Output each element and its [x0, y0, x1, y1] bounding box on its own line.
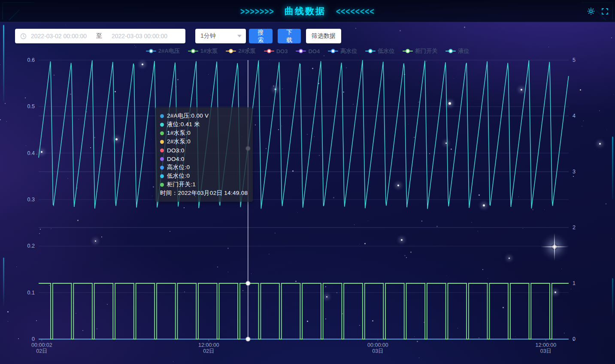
- x-axis-time-label: 12:00:00: [198, 342, 219, 348]
- tooltip-row: 1#水泵:0: [160, 129, 248, 137]
- series-color-dot: [160, 140, 164, 144]
- tooltip-row: 2#A电压:0.00 V: [160, 112, 248, 120]
- date-range-picker[interactable]: 2022-03-02 00:00:00 至 2022-03-03 00:00:0…: [15, 29, 185, 43]
- legend-marker-icon: [328, 49, 338, 53]
- interval-select[interactable]: 1分钟: [195, 29, 246, 43]
- series-color-dot: [160, 157, 164, 161]
- y-axis-right-label: 4: [573, 113, 576, 119]
- legend-marker-icon: [296, 49, 306, 53]
- y-axis-right-label: 5: [573, 57, 576, 63]
- crosshair-point: [246, 281, 250, 285]
- legend-item-2#A电压[interactable]: 2#A电压: [146, 47, 180, 55]
- legend-item-1#水泵[interactable]: 1#水泵: [188, 47, 218, 55]
- series-line-液位: [39, 60, 569, 209]
- y-axis-right-label: 2: [573, 224, 576, 231]
- legend-marker-icon: [365, 49, 376, 53]
- x-axis-date-label: 03日: [372, 348, 383, 354]
- end-datetime-value[interactable]: 2022-03-03 00:00:00: [112, 33, 167, 39]
- y-axis-left-label: 0.2: [27, 243, 35, 249]
- edge-accent-left-lower: [3, 258, 4, 306]
- legend-marker-icon: [403, 49, 413, 53]
- x-axis-date-label: 03日: [540, 348, 551, 354]
- download-button[interactable]: 下载: [278, 29, 301, 43]
- legend-label: 液位: [458, 47, 469, 55]
- legend-label: DO3: [276, 48, 288, 55]
- x-axis-time-label: 12:00:00: [536, 342, 557, 348]
- legend-item-柜门开关[interactable]: 柜门开关: [403, 47, 437, 55]
- legend-item-液位[interactable]: 液位: [445, 47, 469, 55]
- tooltip-row: 2#水泵:0: [160, 137, 248, 146]
- legend-marker-icon: [445, 49, 456, 53]
- series-color-dot: [160, 149, 164, 152]
- tooltip-row: 时间：2022年03月02日 14:49.08: [160, 189, 248, 197]
- chart-tooltip: 2#A电压:0.00 V液位:0.41 米1#水泵:02#水泵:0DO3:0DO…: [155, 107, 253, 202]
- title-right-chevrons: <<<<<<<<: [336, 6, 375, 17]
- series-color-dot: [160, 166, 164, 170]
- y-axis-left-label: 0.1: [27, 290, 35, 296]
- legend-marker-icon: [146, 49, 156, 53]
- x-axis-time-label: 00:00:02: [31, 342, 52, 348]
- chart-legend: 2#A电压1#水泵2#水泵DO3DO4高水位低水位柜门开关液位: [0, 47, 615, 55]
- x-axis-time-label: 00:00:00: [367, 342, 388, 348]
- app-root: >>>>>>> 曲线数据 <<<<<<<<: [0, 0, 615, 364]
- edge-accent-left-upper: [3, 25, 4, 101]
- header: >>>>>>> 曲线数据 <<<<<<<<: [0, 0, 615, 22]
- y-axis-right-label: 1: [573, 280, 576, 286]
- legend-marker-icon: [188, 49, 198, 53]
- start-datetime-value[interactable]: 2022-03-02 00:00:00: [31, 33, 87, 39]
- y-axis-left-label: 0.6: [27, 57, 35, 63]
- series-color-dot: [160, 114, 164, 118]
- series-color-dot: [160, 123, 164, 127]
- y-axis-left-label: 0.5: [27, 103, 35, 109]
- y-axis-left-label: 0.4: [27, 150, 35, 156]
- series-color-dot: [160, 174, 164, 178]
- tooltip-row: DO4:0: [160, 155, 248, 163]
- legend-marker-icon: [264, 49, 274, 53]
- toolbar: 2022-03-02 00:00:00 至 2022-03-03 00:00:0…: [15, 29, 341, 43]
- y-axis-right-label: 0: [573, 336, 576, 342]
- search-button[interactable]: 搜索: [249, 29, 273, 43]
- series-color-dot: [160, 131, 164, 135]
- legend-item-DO3[interactable]: DO3: [264, 48, 288, 55]
- legend-label: 柜门开关: [415, 47, 437, 55]
- tooltip-row: 高水位:0: [160, 163, 248, 172]
- y-axis-right-label: 3: [573, 169, 576, 175]
- fullscreen-icon[interactable]: [600, 7, 609, 15]
- legend-label: 高水位: [340, 47, 357, 55]
- tooltip-row: 液位:0.41 米: [160, 120, 248, 129]
- legend-label: DO4: [308, 48, 320, 55]
- tooltip-row: 柜门开关:1: [160, 180, 248, 189]
- legend-item-高水位[interactable]: 高水位: [328, 47, 357, 55]
- series-line-柜门开关: [39, 283, 569, 339]
- legend-label: 2#水泵: [238, 47, 255, 55]
- settings-icon[interactable]: [587, 7, 595, 15]
- y-axis-left-label: 0.3: [27, 197, 35, 203]
- edge-accent-right-upper: [612, 136, 613, 199]
- page-title: 曲线数据: [285, 5, 326, 17]
- legend-item-低水位[interactable]: 低水位: [365, 47, 394, 55]
- x-axis-date-label: 02日: [36, 348, 47, 354]
- legend-marker-icon: [226, 49, 236, 53]
- star-flare: [541, 233, 568, 261]
- tooltip-row: 低水位:0: [160, 172, 248, 180]
- chevron-down-icon: [237, 35, 242, 37]
- edge-accent-right-lower: [612, 278, 613, 315]
- x-axis-date-label: 02日: [203, 348, 214, 354]
- crosshair-point: [246, 337, 250, 341]
- legend-item-DO4[interactable]: DO4: [296, 48, 320, 55]
- filter-data-button[interactable]: 筛选数据: [306, 29, 341, 43]
- legend-item-2#水泵[interactable]: 2#水泵: [226, 47, 255, 55]
- tooltip-row: DO3:0: [160, 146, 248, 155]
- interval-select-value: 1分钟: [200, 32, 237, 40]
- series-color-dot: [160, 183, 164, 187]
- range-separator: 至: [96, 32, 102, 40]
- y-axis-left-label: 0: [32, 336, 35, 342]
- legend-label: 低水位: [378, 47, 394, 55]
- header-icons: [587, 0, 609, 22]
- legend-label: 2#A电压: [158, 47, 180, 55]
- title-left-chevrons: >>>>>>>: [240, 6, 274, 17]
- clock-icon: [20, 33, 27, 39]
- legend-label: 1#水泵: [200, 47, 218, 55]
